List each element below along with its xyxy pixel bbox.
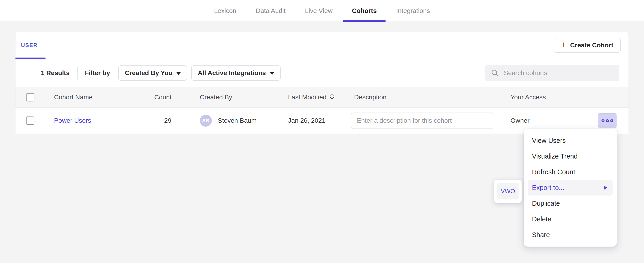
search-input[interactable] <box>504 69 614 77</box>
menu-item-duplicate[interactable]: Duplicate <box>524 195 617 211</box>
tab-cohorts[interactable]: Cohorts <box>352 0 377 22</box>
top-navigation: Lexicon Data Audit Live View Cohorts Int… <box>0 0 644 22</box>
created-by-dropdown[interactable]: Created By You <box>118 65 187 81</box>
table-header: Cohort Name Count Created By Last Modifi… <box>16 87 628 108</box>
filter-row: 1 Results Filter by Created By You All A… <box>16 59 628 87</box>
create-cohort-button[interactable]: + Create Cohort <box>554 38 621 53</box>
tab-label: USER <box>21 42 38 49</box>
menu-item-export-to[interactable]: Export to... <box>528 180 612 195</box>
dropdown-value: All Active Integrations <box>198 69 266 77</box>
cohort-count: 29 <box>154 117 173 124</box>
active-tab-underline <box>343 20 386 22</box>
menu-item-share[interactable]: Share <box>524 227 617 243</box>
user-tab-underline <box>16 58 46 59</box>
created-by-cell: SB Steven Baum <box>200 115 288 127</box>
menu-item-label: Export to... <box>532 184 564 192</box>
results-count: 1 Results <box>41 69 70 77</box>
creator-name: Steven Baum <box>218 117 257 124</box>
submenu-arrow-icon <box>604 186 607 190</box>
divider <box>77 67 78 80</box>
tab-integrations[interactable]: Integrations <box>396 0 430 22</box>
create-cohort-label: Create Cohort <box>570 42 613 49</box>
description-input[interactable] <box>351 113 494 129</box>
header-created-by: Created By <box>200 94 288 101</box>
submenu-item-vwo[interactable]: VWO <box>497 183 518 199</box>
chevron-down-icon <box>270 72 274 75</box>
more-options-icon <box>602 119 604 122</box>
more-options-button[interactable] <box>598 113 616 128</box>
search-cohorts-box[interactable] <box>485 65 619 81</box>
export-submenu: VWO <box>494 180 522 203</box>
tab-label: Cohorts <box>352 7 377 15</box>
tab-label: Live View <box>305 7 332 15</box>
menu-item-view-users[interactable]: View Users <box>524 133 617 148</box>
menu-item-delete[interactable]: Delete <box>524 211 617 227</box>
row-context-menu: View Users Visualize Trend Refresh Count… <box>524 129 617 246</box>
access-cell: Owner <box>510 117 582 124</box>
last-modified-cell: Jan 26, 2021 <box>288 117 351 124</box>
menu-item-refresh-count[interactable]: Refresh Count <box>524 164 617 180</box>
dropdown-value: Created By You <box>125 69 172 77</box>
tab-label: Integrations <box>396 7 430 15</box>
tab-live-view[interactable]: Live View <box>305 0 332 22</box>
cohorts-panel: USER + Create Cohort 1 Results Filter by… <box>15 32 629 134</box>
avatar: SB <box>200 115 212 127</box>
sort-icon <box>330 93 334 102</box>
select-all-checkbox[interactable] <box>26 93 34 101</box>
row-checkbox[interactable] <box>26 116 34 125</box>
cohort-name-link[interactable]: Power Users <box>54 117 91 124</box>
filter-by-label: Filter by <box>85 69 110 77</box>
plus-icon: + <box>561 40 566 50</box>
tab-label: Data Audit <box>256 7 286 15</box>
header-count: Count <box>154 94 173 101</box>
header-description: Description <box>351 94 510 101</box>
menu-item-visualize-trend[interactable]: Visualize Trend <box>524 148 617 164</box>
chevron-down-icon <box>176 72 181 75</box>
header-last-modified[interactable]: Last Modified <box>288 93 351 102</box>
search-icon <box>491 69 499 77</box>
tab-lexicon[interactable]: Lexicon <box>214 0 236 22</box>
header-cohort-name: Cohort Name <box>54 94 154 101</box>
tab-data-audit[interactable]: Data Audit <box>256 0 286 22</box>
integrations-dropdown[interactable]: All Active Integrations <box>191 65 281 81</box>
header-your-access: Your Access <box>510 94 582 101</box>
type-tab-strip: USER + Create Cohort <box>16 32 628 59</box>
tab-user-cohorts[interactable]: USER <box>21 32 38 59</box>
tab-label: Lexicon <box>214 7 236 15</box>
